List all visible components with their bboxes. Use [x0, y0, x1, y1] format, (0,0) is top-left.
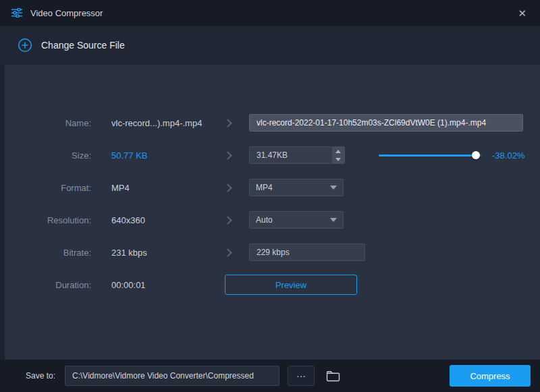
chevron-right-icon	[223, 119, 232, 128]
save-to-label: Save to:	[26, 371, 55, 381]
size-input[interactable]	[249, 146, 345, 164]
bitrate-input[interactable]	[249, 244, 365, 261]
size-slider[interactable]	[379, 150, 481, 160]
size-spinner-buttons	[332, 147, 344, 163]
bitrate-row: Bitrate: 231 kbps	[0, 236, 540, 269]
format-row: Format: MP4 MP4	[0, 171, 540, 204]
size-slider-fill	[379, 155, 476, 157]
size-reduction-percent: -38.02%	[492, 150, 524, 161]
open-folder-icon[interactable]	[326, 370, 340, 382]
duration-current-value: 00:00:01	[111, 280, 225, 290]
titlebar: Video Compressor ✕	[0, 0, 540, 26]
size-slider-knob[interactable]	[472, 151, 480, 159]
scrollbar-track[interactable]	[0, 65, 5, 360]
resolution-dropdown[interactable]: Auto	[249, 211, 344, 229]
window-title: Video Compressor	[30, 8, 103, 18]
name-row: Name: vlc-record...).mp4-.mp4	[0, 107, 540, 139]
chevron-right-icon	[223, 248, 232, 257]
chevron-right-icon	[223, 216, 232, 225]
duration-row: Duration: 00:00:01 Preview	[0, 269, 540, 301]
spin-up-icon[interactable]	[332, 147, 344, 155]
resolution-row: Resolution: 640x360 Auto	[0, 204, 540, 236]
chevron-right-icon	[223, 184, 232, 192]
size-label: Size:	[26, 150, 91, 161]
name-current-value: vlc-record...).mp4-.mp4	[111, 118, 225, 128]
source-band: Change Source File	[0, 26, 540, 65]
preview-button[interactable]: Preview	[225, 275, 357, 295]
duration-label: Duration:	[26, 280, 91, 290]
name-label: Name:	[26, 118, 91, 128]
browse-more-button[interactable]: ···	[288, 366, 315, 386]
close-icon[interactable]: ✕	[515, 7, 529, 20]
change-source-file-button[interactable]: Change Source File	[41, 40, 125, 51]
format-dropdown-value: MP4	[256, 183, 273, 192]
bitrate-label: Bitrate:	[26, 248, 91, 258]
resolution-label: Resolution:	[26, 215, 91, 225]
spin-down-icon[interactable]	[332, 155, 344, 163]
format-dropdown[interactable]: MP4	[249, 179, 344, 196]
compress-button[interactable]: Compress	[450, 365, 531, 387]
caret-down-icon	[330, 186, 337, 190]
sliders-icon	[11, 8, 23, 18]
caret-down-icon	[330, 218, 337, 222]
settings-panel: Name: vlc-record...).mp4-.mp4 Size: 50.7…	[0, 65, 540, 360]
size-spinner-field	[249, 146, 345, 164]
resolution-dropdown-value: Auto	[256, 215, 273, 225]
chevron-right-icon	[223, 151, 232, 160]
format-current-value: MP4	[111, 183, 225, 193]
footer-bar: Save to: ··· Compress	[0, 360, 540, 392]
format-label: Format:	[26, 183, 91, 193]
name-input[interactable]	[249, 114, 523, 132]
resolution-current-value: 640x360	[111, 215, 225, 225]
size-row: Size: 50.77 KB -38.02%	[0, 139, 540, 171]
save-path-input[interactable]	[65, 366, 279, 386]
bitrate-current-value: 231 kbps	[111, 248, 225, 258]
size-current-value: 50.77 KB	[111, 150, 225, 161]
add-circle-icon[interactable]	[18, 38, 32, 53]
video-compressor-window: Video Compressor ✕ Change Source File Na…	[0, 0, 540, 392]
